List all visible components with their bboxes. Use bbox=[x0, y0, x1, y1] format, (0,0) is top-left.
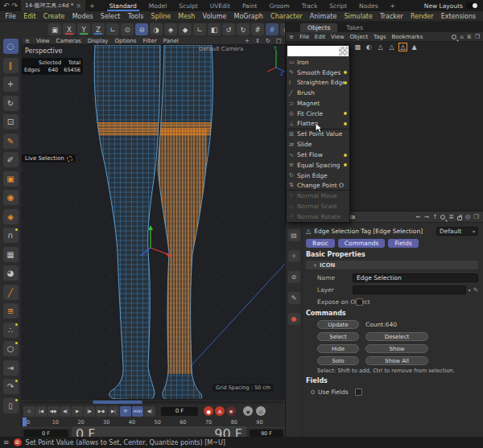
triangle-filled-icon[interactable]: ▲ bbox=[410, 43, 419, 51]
frame-selected-tool[interactable]: ▣ bbox=[3, 171, 19, 187]
context-menu-item[interactable]: ✎ Smooth Edges bbox=[287, 68, 349, 78]
shaded-sphere-icon[interactable]: ◐ bbox=[365, 43, 374, 51]
next-key-button[interactable]: ▶◆ bbox=[96, 406, 107, 417]
menu-item[interactable]: Volume bbox=[199, 13, 230, 20]
objects-panel-tab[interactable]: Objects bbox=[300, 23, 337, 32]
menu-item[interactable]: Character bbox=[267, 13, 307, 20]
orbit-icon[interactable]: ↻ bbox=[264, 38, 272, 44]
expand-icon[interactable]: ❐ bbox=[473, 213, 479, 220]
timeline-ruler[interactable]: 0102030405060708090 bbox=[22, 417, 285, 428]
extrude-cube-tool[interactable]: ◈ bbox=[3, 209, 19, 224]
search-icon[interactable] bbox=[452, 35, 456, 39]
record-dot-icon[interactable]: ● bbox=[288, 313, 300, 325]
toolbar-icon[interactable]: ∟ bbox=[193, 23, 206, 35]
preview-range-bar[interactable] bbox=[23, 401, 283, 404]
back-icon[interactable]: ← bbox=[416, 213, 421, 220]
rotate-tool[interactable]: ↻ bbox=[3, 96, 19, 111]
attribute-tab[interactable]: Basic bbox=[306, 239, 335, 248]
shield-icon[interactable]: ⊘ bbox=[288, 271, 300, 283]
menu-item[interactable]: File bbox=[2, 13, 20, 20]
toolbar-icon[interactable]: ⊙ bbox=[121, 23, 134, 35]
path-select-tool[interactable]: ∥ bbox=[3, 58, 19, 73]
toolbar-icon[interactable]: ◈ bbox=[164, 23, 177, 35]
viewport-menu-item[interactable]: Panel bbox=[160, 38, 182, 44]
sketch-tool[interactable]: ✐ bbox=[3, 152, 19, 167]
triangle-selected-icon[interactable]: △ bbox=[398, 43, 407, 51]
up-icon[interactable]: ↑ bbox=[432, 213, 437, 220]
toolbar-icon[interactable]: ◧ bbox=[208, 23, 221, 35]
layout-tab[interactable]: Standard bbox=[104, 2, 142, 10]
layout-tab[interactable]: Script bbox=[324, 2, 353, 10]
objects-menu-item[interactable]: Bookmarks bbox=[389, 34, 426, 40]
layout-tab[interactable]: Track bbox=[296, 2, 324, 10]
toolbar-icon[interactable]: X bbox=[63, 23, 76, 35]
toolbar-icon[interactable]: ⊖ bbox=[135, 23, 148, 35]
context-menu-item[interactable]: ╱ Brush bbox=[287, 88, 349, 98]
objects-menu-icon[interactable]: ≡ bbox=[286, 34, 297, 40]
menu-item[interactable]: Tools bbox=[124, 13, 147, 20]
toolbar-icon[interactable]: Y bbox=[77, 23, 90, 35]
move-tool[interactable]: + bbox=[3, 76, 19, 92]
context-menu-item[interactable]: ↺ Normal Rotate bbox=[287, 212, 349, 222]
layout-tab[interactable]: Model bbox=[143, 2, 173, 10]
viewport[interactable]: Y Z Perspective Default Camera Selected … bbox=[22, 45, 285, 399]
menu-item[interactable]: Select bbox=[97, 13, 124, 20]
sound-button[interactable]: ◀) bbox=[144, 406, 155, 417]
camera-label[interactable]: Default Camera bbox=[199, 46, 243, 52]
objects-panel-tab[interactable]: Takes bbox=[339, 23, 370, 32]
toolbar-icon[interactable]: ↺ bbox=[222, 23, 235, 35]
context-menu-item[interactable]: ⊃ Magnet bbox=[287, 98, 349, 109]
live-selection-tool[interactable]: ◌ bbox=[3, 39, 19, 54]
light-icon[interactable]: ✧ bbox=[288, 250, 300, 262]
layout-tab[interactable]: + bbox=[385, 2, 401, 10]
viewport-menu-item[interactable]: Filter bbox=[139, 38, 159, 44]
parameter-key-toggle[interactable]: ◎ bbox=[256, 406, 266, 416]
goto-start-button[interactable]: |◀ bbox=[35, 406, 47, 417]
triangle-outline-1-icon[interactable]: △ bbox=[376, 43, 385, 51]
toolbar-icon[interactable]: ◑ bbox=[150, 23, 163, 35]
add-document-tab-button[interactable]: + bbox=[85, 2, 99, 10]
icon-group-row[interactable]: › ICON bbox=[306, 261, 478, 269]
menu-item[interactable]: Create bbox=[39, 13, 68, 20]
menu-item[interactable]: Modes bbox=[68, 13, 97, 20]
context-menu-item[interactable]: ↑ Normal Move bbox=[287, 191, 349, 201]
use-fields-checkbox[interactable] bbox=[355, 388, 362, 396]
layer-stack-tool[interactable]: ≣ bbox=[3, 303, 19, 319]
pen-icon[interactable]: ✎ bbox=[288, 292, 300, 304]
sculpt-tool[interactable]: ◕ bbox=[3, 265, 19, 281]
status-menu-icon[interactable]: ≡ bbox=[3, 438, 10, 446]
close-tab-icon[interactable]: × bbox=[76, 2, 81, 10]
viewport-menu-item[interactable]: Display bbox=[85, 38, 112, 44]
array-tool[interactable]: ▯ bbox=[3, 398, 19, 413]
expose-checkbox[interactable] bbox=[356, 298, 363, 306]
search-icon[interactable] bbox=[440, 215, 445, 220]
menu-item[interactable]: Spline bbox=[147, 13, 175, 20]
viewport-menu-item[interactable]: Options bbox=[111, 38, 139, 44]
bridge-tool[interactable]: ∩ bbox=[3, 228, 19, 243]
smooth-shift-tool[interactable]: ◉ bbox=[3, 190, 19, 205]
current-frame-field[interactable]: 0 F bbox=[161, 407, 198, 416]
new-layouts-toggle[interactable] bbox=[466, 2, 478, 9]
show-button[interactable]: Show bbox=[365, 344, 428, 353]
goto-end-button[interactable]: ▶| bbox=[108, 406, 119, 417]
objects-menu-item[interactable]: Object bbox=[347, 34, 371, 40]
expand-icon[interactable]: ❐ bbox=[475, 34, 480, 40]
context-menu-item[interactable]: ◇ Normal Scale bbox=[287, 201, 349, 212]
loop-button[interactable]: ⟳ bbox=[120, 406, 131, 417]
maximize-icon[interactable]: □ bbox=[275, 38, 283, 44]
dolly-icon[interactable]: ⇕ bbox=[254, 38, 262, 44]
prev-key-button[interactable]: ◀◆ bbox=[47, 406, 59, 417]
deselect-button[interactable]: Deselect bbox=[365, 332, 428, 341]
min-frames-button[interactable]: min bbox=[132, 406, 143, 417]
solo-button[interactable]: Solo bbox=[317, 356, 359, 365]
scale-tool[interactable]: ⊡ bbox=[3, 114, 19, 129]
filter-icon[interactable]: ≣ bbox=[467, 34, 472, 40]
knife-tool[interactable]: ╱ bbox=[3, 285, 19, 300]
viewport-label[interactable]: Perspective bbox=[25, 47, 62, 55]
menu-item[interactable]: Edit bbox=[20, 13, 40, 20]
toolbar-icon[interactable]: ◆ bbox=[179, 23, 192, 35]
context-menu-item[interactable]: ↻ Spin Edge bbox=[287, 171, 349, 181]
undo-icon[interactable]: ↶ bbox=[3, 2, 10, 10]
document-tab[interactable]: 14-循环工具.c4d * × bbox=[21, 0, 85, 11]
keying-settings-button[interactable]: ✱ bbox=[226, 406, 236, 416]
